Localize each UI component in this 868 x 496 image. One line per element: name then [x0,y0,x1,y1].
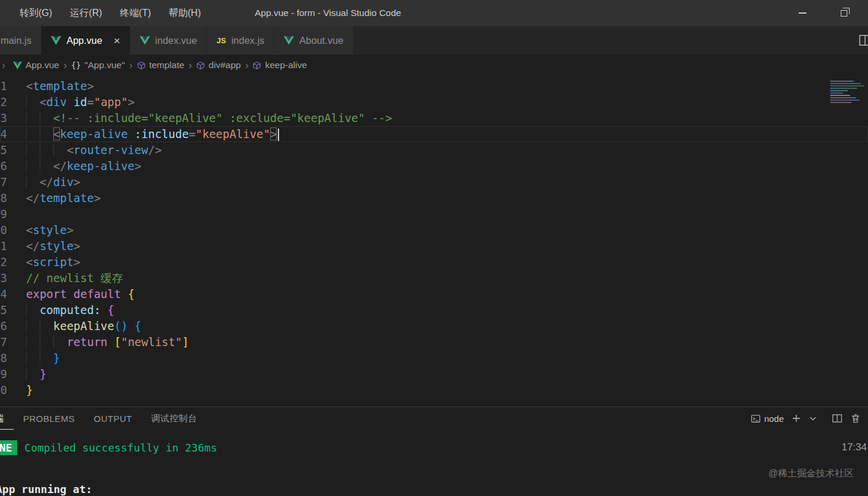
code-line[interactable]: 17 return ["newlist"] [0,334,868,350]
tab-bar: JS main.js App.vue × index.vue JS index.… [0,26,868,55]
code-line[interactable]: 19 } [0,366,868,382]
js-icon: JS [216,36,226,45]
code-line[interactable]: 13// newlist 缓存 [0,270,868,286]
panel-tab-terminal[interactable]: 终端 [0,407,14,430]
code-line[interactable]: 3 <!-- :include="keepAlive" :exclude="ke… [0,110,868,126]
code-line[interactable]: 8</template> [0,190,868,206]
close-icon[interactable]: × [114,35,120,46]
vue-icon [284,36,294,45]
code-line[interactable]: 14export default { [0,286,868,302]
code-line[interactable]: 5 <router-view/> [0,142,868,158]
code-line[interactable]: 18 } [0,350,868,366]
tab-main-js[interactable]: JS main.js [0,26,41,55]
minimize-icon [799,12,806,14]
restore-button[interactable] [830,0,857,26]
breadcrumb-item-file[interactable]: App.vue [13,60,59,71]
tab-label: index.vue [155,35,197,46]
bottom-panel: 终端 PROBLEMS OUTPUT 调试控制台 node [0,407,868,496]
panel-tab-debug-console[interactable]: 调试控制台 [142,407,207,430]
line-number: 16 [0,318,7,334]
vue-icon [51,36,61,45]
minimap[interactable] [828,76,868,109]
menu-help[interactable]: 帮助(H) [160,0,210,26]
new-terminal-button[interactable] [792,414,801,423]
tab-label: index.js [231,35,264,46]
minimap-line [830,90,848,91]
code-line[interactable]: 11</style> [0,238,868,254]
minimize-button[interactable] [789,0,816,26]
breadcrumb-label: keep-alive [265,60,307,71]
chevron-right-icon: › [241,59,252,72]
tab-about-vue[interactable]: About.vue [274,26,353,55]
chevron-right-icon: › [184,59,196,72]
menu-goto[interactable]: 转到(G) [11,0,61,26]
element-icon [252,61,261,70]
code-line[interactable]: 20} [0,382,868,398]
line-number: 10 [0,222,7,238]
minimap-line [830,81,854,82]
line-number: 18 [0,350,7,366]
line-number: 6 [0,158,7,174]
menu-terminal[interactable]: 终端(T) [111,0,159,26]
window-title: App.vue - form - Visual Studio Code [255,0,401,26]
braces-icon: {} [71,60,81,70]
panel-tab-output[interactable]: OUTPUT [84,407,142,430]
watermark: @稀土掘金技术社区 [768,468,854,480]
line-number: 19 [0,366,7,382]
code-line[interactable]: 7 </div> [0,174,868,190]
plus-icon [792,414,801,423]
tab-app-vue[interactable]: App.vue × [41,26,130,55]
breadcrumb-item-template[interactable]: template [137,60,184,71]
terminal-profile-select[interactable]: node [751,414,784,424]
code-line[interactable]: 10<style> [0,222,868,238]
compile-success-message: Compiled successfully in 236ms [24,441,217,454]
split-editor-icon [859,34,868,47]
line-number: 15 [0,302,7,318]
line-number: 11 [0,238,7,254]
line-number: 14 [0,286,7,302]
minimap-line [830,97,856,98]
line-number: 8 [0,190,7,206]
kill-terminal-button[interactable] [850,413,861,424]
menu-run[interactable]: 运行(R) [61,0,111,26]
split-terminal-button[interactable] [832,413,843,424]
menu-bar: 转到(G) 运行(R) 终端(T) 帮助(H) [0,0,210,26]
done-badge: DONE [0,440,17,455]
code-line[interactable]: 12<script> [0,254,868,270]
code-line[interactable]: 1<template> [0,78,868,94]
breadcrumb-label: App.vue [25,60,59,71]
terminal-output[interactable]: DONE Compiled successfully in 236ms 17:3… [0,430,868,496]
breadcrumb-item-root[interactable]: {} "App.vue" [71,60,125,71]
panel-header: 终端 PROBLEMS OUTPUT 调试控制台 node [0,407,868,430]
restore-icon [841,10,847,17]
code-line[interactable]: 6 </keep-alive> [0,158,868,174]
breadcrumb-item-keep-alive[interactable]: keep-alive [252,60,307,71]
terminal-icon [751,414,761,424]
split-editor-button[interactable] [859,34,868,47]
terminal-profile-label: node [764,414,784,424]
code-line[interactable]: 4 <keep-alive :include="keepAlive"> [0,126,868,142]
line-number: 5 [0,142,7,158]
minimap-line [830,102,851,103]
minimap-line [830,88,857,89]
element-icon [196,61,205,70]
panel-actions: node [751,407,861,430]
minimap-line [830,95,850,96]
tab-index-vue[interactable]: index.vue [130,26,207,55]
terminal-launch-dropdown[interactable] [809,414,817,423]
code-line[interactable]: 16 keepAlive() { [0,318,868,334]
minimap-line [830,85,864,87]
vue-icon [13,62,22,69]
minimap-line [830,100,860,101]
panel-tab-problems[interactable]: PROBLEMS [14,407,84,430]
line-number: 7 [0,174,7,190]
breadcrumb-label: "App.vue" [85,60,125,71]
code-line[interactable]: 9 [0,206,868,222]
breadcrumb-label: template [149,60,184,71]
breadcrumb-item-div-app[interactable]: div#app [196,60,241,71]
code-line[interactable]: 15 computed: { [0,302,868,318]
tab-index-js[interactable]: JS index.js [207,26,274,55]
editor[interactable]: 1<template>2 <div id="app">3 <!-- :inclu… [0,76,868,407]
code-line[interactable]: 2 <div id="app"> [0,94,868,110]
tab-label: App.vue [66,35,103,46]
